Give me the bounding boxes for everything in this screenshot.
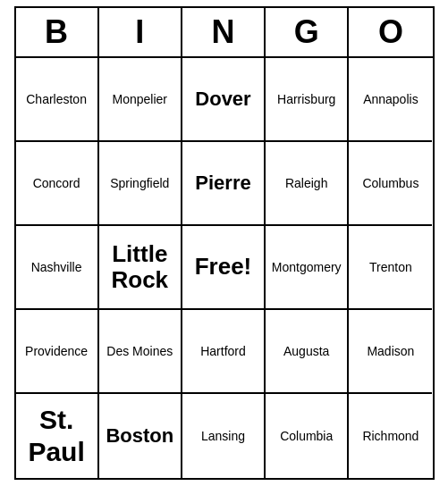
bingo-cell: Trenton: [349, 226, 432, 310]
bingo-cell: St. Paul: [16, 394, 99, 478]
header-o: O: [349, 8, 432, 56]
bingo-cell: Columbia: [266, 394, 349, 478]
bingo-cell: Concord: [16, 142, 99, 226]
bingo-cell: Boston: [99, 394, 182, 478]
bingo-cell: Columbus: [349, 142, 432, 226]
header-n: N: [182, 8, 266, 56]
bingo-cell: Madison: [349, 310, 432, 394]
bingo-cell: Dover: [182, 58, 266, 142]
header-b: B: [16, 8, 99, 56]
header-g: G: [266, 8, 349, 56]
bingo-cell: Annapolis: [349, 58, 432, 142]
header-i: I: [99, 8, 182, 56]
bingo-cell: Richmond: [349, 394, 432, 478]
bingo-cell: Little Rock: [99, 226, 182, 310]
bingo-cell: Hartford: [182, 310, 266, 394]
bingo-cell: Lansing: [182, 394, 266, 478]
bingo-card: B I N G O CharlestonMonpelierDoverHarris…: [14, 6, 435, 480]
bingo-cell: Charleston: [16, 58, 99, 142]
bingo-cell: Harrisburg: [266, 58, 349, 142]
bingo-header: B I N G O: [16, 8, 433, 58]
bingo-cell: Pierre: [182, 142, 266, 226]
bingo-cell: Montgomery: [266, 226, 349, 310]
bingo-cell: Nashville: [16, 226, 99, 310]
bingo-cell: Augusta: [266, 310, 349, 394]
bingo-cell: Free!: [182, 226, 266, 310]
bingo-cell: Monpelier: [99, 58, 182, 142]
bingo-cell: Des Moines: [99, 310, 182, 394]
bingo-cell: Springfield: [99, 142, 182, 226]
bingo-grid: CharlestonMonpelierDoverHarrisburgAnnapo…: [16, 58, 433, 478]
bingo-cell: Raleigh: [266, 142, 349, 226]
bingo-cell: Providence: [16, 310, 99, 394]
